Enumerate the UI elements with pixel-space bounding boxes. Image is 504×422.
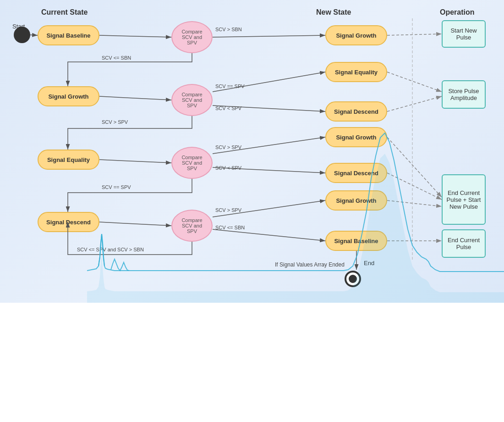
svg-line-18 (213, 229, 325, 241)
start-node (14, 27, 30, 43)
svg-text:SCV == SPV: SCV == SPV (102, 184, 131, 190)
svg-text:SCV > SBN: SCV > SBN (215, 27, 242, 32)
current-state-signal-equality: Signal Equality (38, 150, 99, 170)
svg-text:SCV <= SBN: SCV <= SBN (215, 225, 245, 230)
compare-node-1: Compare SCV and SPV (171, 21, 213, 53)
op-end-current[interactable]: End Current Pulse (442, 229, 486, 258)
svg-line-7 (213, 72, 325, 92)
new-state-signal-growth-1: Signal Growth (325, 25, 387, 45)
current-state-signal-growth: Signal Growth (38, 86, 99, 106)
new-state-signal-descend-1: Signal Descend (325, 101, 387, 122)
svg-text:SCV < SPV: SCV < SPV (215, 106, 242, 111)
new-state-signal-growth-3: Signal Growth (325, 190, 387, 211)
svg-text:SCV > SPV: SCV > SPV (215, 144, 242, 150)
svg-line-5 (387, 34, 442, 35)
svg-line-2 (30, 35, 38, 35)
end-label: End (364, 260, 374, 267)
svg-line-3 (99, 35, 171, 37)
svg-line-8 (213, 106, 325, 111)
current-state-signal-descend: Signal Descend (38, 212, 99, 232)
svg-text:SCV > SPV: SCV > SPV (215, 207, 242, 213)
op-end-start[interactable]: End Current Pulse + Start New Pulse (442, 174, 486, 225)
svg-text:SCV == SPV: SCV == SPV (215, 83, 245, 89)
new-state-signal-growth-2: Signal Growth (325, 127, 387, 147)
new-state-signal-descend-2: Signal Descend (325, 163, 387, 183)
new-state-signal-equality: Signal Equality (325, 62, 387, 82)
svg-text:SCV > SPV: SCV > SPV (102, 119, 128, 125)
svg-line-6 (99, 96, 171, 100)
svg-text:SCV < SPV: SCV < SPV (215, 165, 242, 171)
svg-line-11 (99, 160, 171, 163)
current-state-signal-baseline: Signal Baseline (38, 25, 99, 45)
header-new-state: New State (316, 8, 351, 17)
svg-text:SCV <= SPV and SCV > SBN: SCV <= SPV and SCV > SBN (77, 247, 144, 252)
svg-line-4 (213, 35, 325, 37)
header-current-state: Current State (41, 8, 88, 17)
end-node-container: End (345, 271, 355, 279)
compare-node-2: Compare SCV and SPV (171, 84, 213, 116)
new-state-signal-baseline: Signal Baseline (325, 231, 387, 251)
svg-line-19 (387, 200, 442, 206)
header-operation: Operation (440, 8, 475, 17)
op-store-pulse[interactable]: Store Pulse Amplitude (442, 80, 486, 109)
svg-line-9 (387, 72, 442, 92)
op-start-new-pulse[interactable]: Start New Pulse (442, 20, 486, 48)
diagram-area: Current State New State Operation Start … (0, 0, 504, 303)
svg-line-14 (387, 137, 442, 197)
bottom-section (0, 303, 504, 422)
svg-line-15 (387, 173, 442, 200)
compare-node-3: Compare SCV and SPV (171, 147, 213, 179)
compare-node-4: Compare SCV and SPV (171, 210, 213, 242)
svg-line-13 (213, 167, 325, 173)
svg-text:SCV <= SBN: SCV <= SBN (102, 55, 131, 61)
svg-line-10 (387, 96, 442, 111)
svg-line-12 (213, 137, 325, 154)
svg-line-16 (99, 222, 171, 226)
end-node (345, 271, 361, 287)
array-ended-label: If Signal Values Array Ended (275, 261, 345, 268)
svg-line-17 (213, 200, 325, 217)
